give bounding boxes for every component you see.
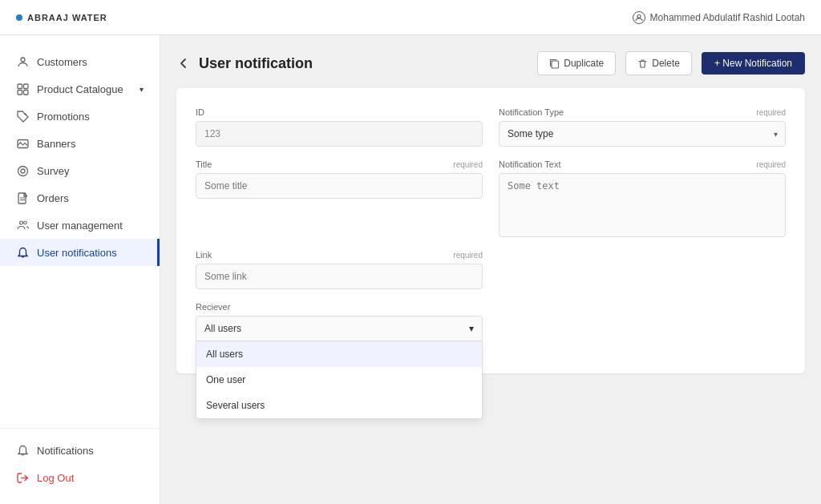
sidebar-nav: Customers Product Catalogue ▾ [0, 48, 160, 428]
grid-icon [16, 83, 29, 95]
delete-label: Delete [652, 58, 680, 69]
logout-icon [16, 471, 29, 484]
user-name: Mohammed Abdulatif Rashid Lootah [650, 12, 805, 23]
sidebar-label-notifications: Notifications [37, 445, 94, 457]
user-icon [633, 11, 645, 24]
link-label: Link [196, 250, 212, 260]
main-content: User notification Duplicate Delete [160, 35, 821, 504]
field-notification-type: Notification Type required Some type Typ… [499, 107, 786, 147]
sidebar: Customers Product Catalogue ▾ [0, 35, 160, 504]
file-icon [16, 192, 29, 204]
sidebar-item-notifications[interactable]: Notifications [0, 437, 160, 464]
page-title-area: User notification [176, 55, 313, 72]
notification-text-required: required [756, 160, 786, 169]
bell-icon [16, 246, 29, 259]
sidebar-label-product-catalogue: Product Catalogue [37, 83, 123, 95]
receiver-option-one-user[interactable]: One user [196, 367, 482, 393]
receiver-chevron-icon: ▾ [469, 323, 474, 334]
notification-type-required: required [756, 108, 786, 117]
svg-rect-2 [18, 84, 22, 89]
users-icon [16, 219, 29, 232]
topbar: ABRAAJ WATER Mohammed Abdulatif Rashid L… [0, 0, 821, 35]
back-button[interactable] [176, 56, 191, 71]
sidebar-item-user-notifications[interactable]: User notifications [0, 239, 160, 266]
svg-rect-3 [23, 84, 28, 89]
page-header: User notification Duplicate Delete [176, 51, 805, 75]
sidebar-label-user-notifications: User notifications [37, 247, 117, 259]
svg-point-15 [23, 221, 26, 224]
link-input[interactable] [196, 264, 483, 289]
logo-icon [16, 14, 22, 21]
user-info: Mohammed Abdulatif Rashid Lootah [633, 11, 805, 24]
sidebar-bottom: Notifications Log Out [0, 428, 160, 491]
sidebar-item-orders[interactable]: Orders [0, 184, 160, 212]
svg-point-14 [19, 221, 22, 224]
id-label: ID [196, 107, 204, 117]
receiver-dropdown-list: All users One user Several users [196, 341, 483, 419]
sidebar-item-user-management[interactable]: User management [0, 212, 160, 239]
receiver-selected-value: All users [204, 323, 241, 334]
svg-rect-4 [18, 90, 22, 95]
svg-point-0 [637, 14, 641, 18]
title-required: required [453, 160, 483, 169]
field-spacer [499, 250, 786, 289]
field-notification-text: Notification Text required [499, 159, 786, 237]
notification-text-label: Notification Text [499, 159, 560, 169]
title-label: Title [196, 159, 212, 169]
receiver-select-wrapper: All users ▾ [196, 316, 483, 341]
svg-point-1 [21, 58, 25, 62]
notification-type-wrapper: Some type Type A Type B ▾ [499, 121, 786, 147]
duplicate-label: Duplicate [564, 58, 604, 69]
sidebar-item-logout[interactable]: Log Out [0, 464, 160, 491]
receiver-option-several-users[interactable]: Several users [196, 393, 482, 418]
tag-icon [16, 110, 29, 123]
header-actions: Duplicate Delete + New Notification [537, 51, 805, 75]
field-receiver: Reciever All users ▾ All users One user … [196, 302, 483, 341]
svg-point-8 [19, 142, 21, 143]
sidebar-item-survey[interactable]: Survey [0, 157, 160, 184]
chevron-down-icon: ▾ [140, 85, 144, 94]
delete-button[interactable]: Delete [625, 51, 692, 75]
form-row-2: Title required Notification Text require… [196, 159, 786, 237]
receiver-option-all-users[interactable]: All users [196, 341, 482, 367]
svg-point-9 [18, 166, 27, 175]
form-row-1: ID Notification Type required Some type … [196, 107, 786, 147]
sidebar-item-banners[interactable]: Banners [0, 130, 160, 157]
notification-type-label: Notification Type [499, 107, 564, 117]
form-card: ID Notification Type required Some type … [176, 88, 805, 373]
form-row-3: Link required [196, 250, 786, 289]
sidebar-label-banners: Banners [37, 138, 75, 150]
sidebar-label-logout: Log Out [37, 472, 74, 484]
sidebar-label-orders: Orders [37, 192, 69, 204]
field-id: ID [196, 107, 483, 147]
circle-dot-icon [16, 164, 29, 177]
field-spacer-2 [499, 302, 786, 341]
link-required: required [453, 251, 483, 260]
field-link: Link required [196, 250, 483, 289]
svg-rect-5 [23, 90, 28, 95]
title-input[interactable] [196, 173, 483, 199]
layout: Customers Product Catalogue ▾ [0, 35, 821, 504]
form-row-4: Reciever All users ▾ All users One user … [196, 302, 786, 341]
field-title: Title required [196, 159, 483, 237]
duplicate-button[interactable]: Duplicate [537, 51, 616, 75]
sidebar-item-customers[interactable]: Customers [0, 48, 160, 75]
bell-outline-icon [16, 444, 29, 457]
new-notification-button[interactable]: + New Notification [702, 52, 805, 75]
person-icon [16, 55, 29, 68]
receiver-label: Reciever [196, 302, 230, 312]
sidebar-item-promotions[interactable]: Promotions [0, 103, 160, 130]
sidebar-label-promotions: Promotions [37, 111, 90, 123]
notification-type-select[interactable]: Some type Type A Type B [499, 121, 786, 147]
logo-text: ABRAAJ WATER [27, 13, 107, 22]
sidebar-label-user-management: User management [37, 220, 123, 232]
sidebar-item-product-catalogue[interactable]: Product Catalogue ▾ [0, 75, 160, 103]
new-notification-label: + New Notification [714, 58, 792, 69]
page-title: User notification [199, 55, 313, 72]
receiver-dropdown-toggle[interactable]: All users ▾ [196, 316, 483, 341]
logo: ABRAAJ WATER [16, 13, 107, 22]
notification-text-input[interactable] [499, 173, 786, 237]
svg-rect-17 [552, 61, 559, 68]
sidebar-label-survey: Survey [37, 165, 69, 177]
image-icon [16, 137, 29, 150]
